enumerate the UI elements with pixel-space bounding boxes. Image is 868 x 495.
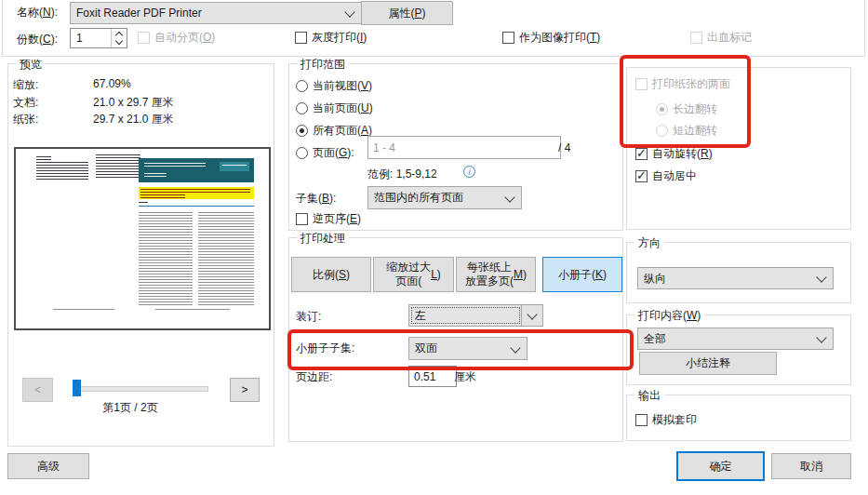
- previous-page-button: <: [22, 378, 53, 402]
- current-page-radio[interactable]: 当前页面(U): [296, 100, 373, 116]
- print-handling-group-title: 打印处理: [297, 231, 349, 247]
- radio-icon[interactable]: [296, 125, 308, 137]
- orientation-select[interactable]: 纵向: [637, 267, 834, 289]
- simulate-overprint-checkbox[interactable]: 模拟套印: [635, 412, 697, 428]
- checkbox-icon[interactable]: [635, 148, 648, 160]
- copies-value: 1: [76, 32, 83, 45]
- journal-logo: [220, 162, 249, 171]
- spinner-down-icon[interactable]: [115, 37, 123, 45]
- copies-stepper[interactable]: 1: [70, 28, 127, 48]
- journal-header-banner: [139, 158, 254, 182]
- subset-select-value: 范围内的所有页面: [374, 190, 463, 206]
- print-content-select[interactable]: 全部: [637, 328, 834, 350]
- page-footer-left: [53, 309, 114, 312]
- binding-focus-rect: 左: [411, 307, 520, 324]
- short-edge-radio: 短边翻转: [656, 123, 717, 139]
- auto-center-checkbox[interactable]: 自动居中: [635, 168, 697, 184]
- reverse-pages-checkbox[interactable]: 逆页序(E): [296, 211, 361, 227]
- print-as-image-checkbox[interactable]: 作为图像打印(T): [502, 30, 600, 46]
- all-pages-radio[interactable]: 所有页面(A): [296, 123, 372, 139]
- checkbox-icon[interactable]: [635, 170, 648, 182]
- booklet-subset-label: 小册子子集:: [296, 341, 354, 356]
- printer-select-value: Foxit Reader PDF Printer: [76, 7, 202, 20]
- radio-icon[interactable]: [296, 102, 308, 114]
- collate-checkbox: 自动分页(O): [138, 30, 215, 46]
- chevron-down-icon: [527, 309, 537, 319]
- checkbox-icon[interactable]: [296, 213, 308, 225]
- margin-unit-label: 厘米: [454, 369, 476, 385]
- references-heading: [36, 156, 51, 160]
- pages-radio[interactable]: 页面(G):: [296, 145, 354, 161]
- bleed-marks-checkbox: 出血标记: [690, 30, 752, 46]
- document-size-value: 21.0 x 29.7 厘米: [93, 95, 174, 111]
- pages-total-label: / 4: [558, 141, 570, 154]
- radio-icon: [656, 103, 668, 115]
- references-column-left: [36, 162, 88, 181]
- ok-button[interactable]: 确定: [676, 451, 765, 481]
- checkbox-icon: [690, 32, 702, 44]
- current-view-radio[interactable]: 当前视图(V): [296, 78, 372, 94]
- pages-range-value: 1 - 4: [373, 141, 395, 154]
- cancel-button[interactable]: 取消: [771, 453, 851, 479]
- radio-icon: [656, 125, 668, 137]
- page-slider-thumb[interactable]: [73, 380, 81, 396]
- page-footer-right: [155, 309, 230, 312]
- grayscale-checkbox[interactable]: 灰度打印(I): [295, 30, 367, 46]
- binding-label: 装订:: [296, 309, 321, 325]
- margin-input[interactable]: 0.51: [408, 366, 457, 387]
- orientation-group-title: 方向: [634, 235, 664, 251]
- chevron-down-icon: [510, 342, 520, 353]
- info-icon[interactable]: i: [463, 166, 475, 178]
- scale-mode-button[interactable]: 比例(S): [291, 257, 371, 292]
- booklet-button[interactable]: 小册子(K): [542, 257, 622, 292]
- multiple-per-sheet-button[interactable]: 每张纸上放置多页(M): [456, 257, 536, 292]
- shrink-oversized-button[interactable]: 缩放过大页面(L): [373, 257, 454, 292]
- properties-button[interactable]: 属性(P): [361, 1, 453, 25]
- zoom-label: 缩放:: [13, 77, 38, 93]
- printer-name-label: 名称(N):: [17, 5, 58, 20]
- page-slider-track[interactable]: [73, 386, 208, 392]
- orientation-select-value: 纵向: [644, 271, 666, 287]
- binding-dropdown-button[interactable]: [521, 305, 542, 326]
- article-affiliation-line: [139, 206, 254, 208]
- pages-range-input[interactable]: 1 - 4: [367, 136, 561, 159]
- range-example-label: 范例: 1,5-9,12: [367, 167, 437, 182]
- checkbox-icon[interactable]: [295, 32, 307, 44]
- binding-select[interactable]: 左: [408, 304, 543, 327]
- print-dialog: 名称(N): Foxit Reader PDF Printer 属性(P) 份数…: [0, 0, 868, 495]
- next-page-button[interactable]: >: [230, 378, 260, 402]
- printer-select[interactable]: Foxit Reader PDF Printer: [70, 2, 362, 24]
- checkbox-icon[interactable]: [635, 414, 648, 426]
- page-indicator: 第1页 / 2页: [84, 400, 177, 416]
- zoom-value: 67.09%: [93, 77, 131, 90]
- subset-label: 子集(B):: [296, 191, 336, 207]
- print-content-group-title: 打印内容(W): [634, 308, 704, 324]
- print-content-select-value: 全部: [644, 331, 666, 347]
- copies-label: 份数(C):: [17, 32, 58, 47]
- document-label: 文档:: [13, 95, 38, 111]
- subset-select[interactable]: 范围内的所有页面: [367, 186, 522, 209]
- chevron-down-icon: [816, 272, 826, 282]
- radio-icon[interactable]: [296, 80, 308, 92]
- article-title-highlight: [139, 187, 254, 199]
- checkbox-icon: [138, 32, 150, 44]
- binding-select-value: 左: [415, 308, 426, 324]
- chevron-down-icon: [344, 7, 354, 17]
- booklet-subset-select[interactable]: 双面: [408, 337, 527, 360]
- two-sided-checkbox: 打印纸张的两面: [635, 76, 730, 92]
- preview-group-title: 预览: [16, 57, 46, 73]
- radio-icon[interactable]: [296, 147, 308, 159]
- summarize-comments-button[interactable]: 小结注释: [639, 352, 777, 375]
- margin-label: 页边距:: [296, 369, 332, 385]
- output-group-title: 输出: [634, 388, 664, 404]
- booklet-subset-value: 双面: [415, 341, 437, 356]
- auto-rotate-checkbox[interactable]: 自动旋转(R): [635, 146, 713, 162]
- print-range-group-title: 打印范围: [297, 57, 349, 73]
- references-column-right: [96, 154, 140, 179]
- article-body-column-right: [198, 212, 254, 305]
- margin-value: 0.51: [414, 370, 435, 383]
- advanced-button[interactable]: 高级: [7, 453, 89, 479]
- paper-size-value: 29.7 x 21.0 厘米: [93, 112, 174, 127]
- checkbox-icon[interactable]: [502, 32, 514, 44]
- long-edge-radio: 长边翻转: [656, 101, 717, 117]
